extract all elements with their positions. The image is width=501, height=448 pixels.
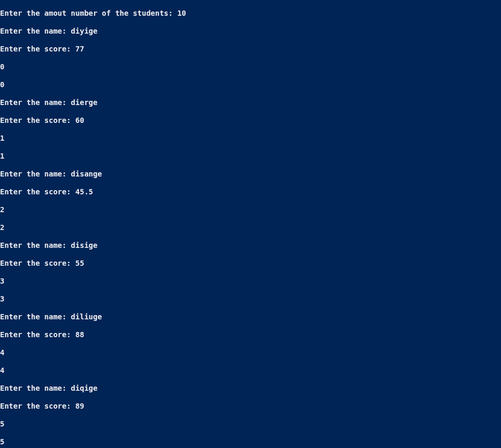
- entry-score: Enter the score: 88: [0, 330, 501, 339]
- terminal-output[interactable]: Enter the amout number of the students: …: [0, 0, 501, 448]
- entry-name: Enter the name: diyige: [0, 27, 501, 36]
- entry-score: Enter the score: 55: [0, 259, 501, 268]
- entry-index: 0: [0, 62, 501, 71]
- entry-name: Enter the name: disige: [0, 241, 501, 250]
- entry-index: 5: [0, 420, 501, 429]
- entry-name: Enter the name: diliuge: [0, 312, 501, 321]
- entry-index: 3: [0, 277, 501, 286]
- entry-score: Enter the score: 89: [0, 402, 501, 411]
- entry-index: 1: [0, 134, 501, 143]
- entry-index: 2: [0, 223, 501, 232]
- entry-index: 4: [0, 366, 501, 375]
- entry-name: Enter the name: diqige: [0, 384, 501, 393]
- entry-index: 5: [0, 437, 501, 446]
- entry-score: Enter the score: 60: [0, 116, 501, 125]
- entry-index: 2: [0, 205, 501, 214]
- entry-index: 4: [0, 348, 501, 357]
- prompt-amount: Enter the amout number of the students: …: [0, 9, 501, 18]
- entry-index: 1: [0, 152, 501, 161]
- entry-score: Enter the score: 45.5: [0, 187, 501, 196]
- entry-name: Enter the name: dierge: [0, 98, 501, 107]
- entry-index: 3: [0, 295, 501, 304]
- entry-index: 0: [0, 80, 501, 89]
- entry-score: Enter the score: 77: [0, 45, 501, 54]
- entry-name: Enter the name: disange: [0, 170, 501, 179]
